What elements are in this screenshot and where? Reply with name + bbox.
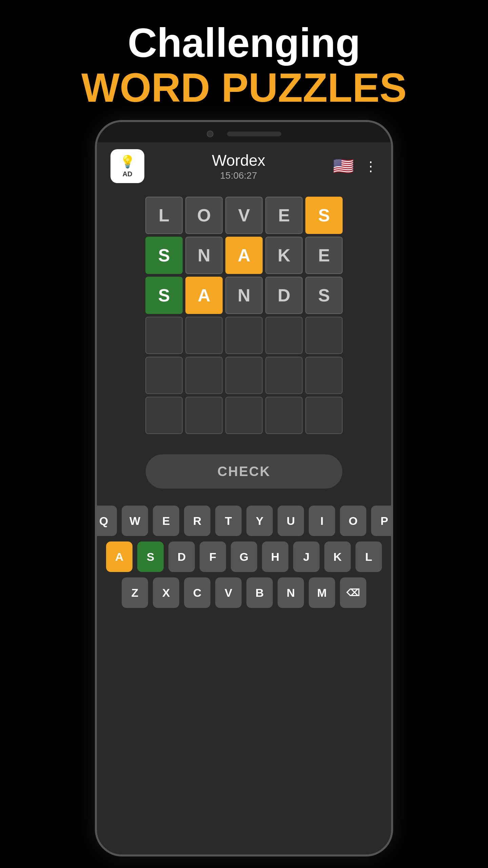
grid-cell-5-1	[185, 397, 223, 434]
keyboard-row-0: QWERTYUIOP	[95, 506, 393, 536]
key-R[interactable]: R	[184, 506, 210, 536]
grid-cell-2-3: D	[265, 277, 303, 314]
key-O[interactable]: O	[340, 506, 366, 536]
grid-cell-4-1	[185, 357, 223, 394]
key-U[interactable]: U	[278, 506, 304, 536]
ad-label: AD	[123, 170, 133, 178]
key-N[interactable]: N	[278, 577, 304, 608]
grid-cell-5-2	[225, 397, 263, 434]
grid-cell-3-4	[305, 317, 343, 354]
phone-speaker	[227, 132, 281, 136]
header-line1: Challenging	[81, 20, 407, 65]
key-X[interactable]: X	[153, 577, 179, 608]
grid-cell-5-4	[305, 397, 343, 434]
game-grid: LOVESSNAKESANDS	[145, 197, 343, 434]
key-T[interactable]: T	[215, 506, 242, 536]
header-line2: WORD PUZZLES	[81, 65, 407, 110]
key-E[interactable]: E	[153, 506, 179, 536]
key-F[interactable]: F	[200, 541, 226, 572]
phone-camera	[207, 131, 214, 137]
grid-cell-4-3	[265, 357, 303, 394]
phone-notch-area	[97, 122, 391, 142]
key-Q[interactable]: Q	[95, 506, 117, 536]
grid-cell-4-4	[305, 357, 343, 394]
key-B[interactable]: B	[246, 577, 273, 608]
grid-cell-2-2: N	[225, 277, 263, 314]
key-D[interactable]: D	[168, 541, 195, 572]
grid-cell-5-3	[265, 397, 303, 434]
key-K[interactable]: K	[324, 541, 351, 572]
grid-cell-5-0	[145, 397, 183, 434]
grid-cell-4-2	[225, 357, 263, 394]
check-button-container: CHECK	[97, 441, 391, 502]
grid-cell-0-3: E	[265, 197, 303, 234]
ad-button[interactable]: 💡 AD	[110, 149, 144, 183]
grid-cell-0-1: O	[185, 197, 223, 234]
grid-cell-1-0: S	[145, 237, 183, 274]
key-M[interactable]: M	[309, 577, 335, 608]
game-grid-container: LOVESSNAKESANDS	[97, 190, 391, 441]
app-timer: 15:06:27	[212, 170, 265, 181]
grid-cell-2-1: A	[185, 277, 223, 314]
key-J[interactable]: J	[293, 541, 320, 572]
keyboard: QWERTYUIOPASDFGHJKLZXCVBNM⌫	[97, 502, 391, 628]
key-V[interactable]: V	[215, 577, 242, 608]
grid-cell-0-2: V	[225, 197, 263, 234]
grid-cell-2-4: S	[305, 277, 343, 314]
top-bar: 💡 AD Wordex 15:06:27 🇺🇸 ⋮	[97, 142, 391, 190]
grid-cell-3-0	[145, 317, 183, 354]
app-content: 💡 AD Wordex 15:06:27 🇺🇸 ⋮ LOVESSNAKESAND…	[97, 142, 391, 854]
grid-cell-3-2	[225, 317, 263, 354]
grid-cell-1-2: A	[225, 237, 263, 274]
key-H[interactable]: H	[262, 541, 288, 572]
title-section: Wordex 15:06:27	[212, 151, 265, 181]
key-P[interactable]: P	[371, 506, 393, 536]
key-W[interactable]: W	[122, 506, 148, 536]
key-G[interactable]: G	[231, 541, 257, 572]
grid-cell-0-4: S	[305, 197, 343, 234]
phone-frame: 💡 AD Wordex 15:06:27 🇺🇸 ⋮ LOVESSNAKESAND…	[95, 120, 393, 856]
bulb-icon: 💡	[120, 155, 135, 169]
key-C[interactable]: C	[184, 577, 210, 608]
grid-cell-4-0	[145, 357, 183, 394]
grid-cell-1-3: K	[265, 237, 303, 274]
grid-cell-3-1	[185, 317, 223, 354]
header-section: Challenging WORD PUZZLES	[81, 0, 407, 110]
key-A[interactable]: A	[106, 541, 133, 572]
grid-cell-1-4: E	[305, 237, 343, 274]
top-right-controls: 🇺🇸 ⋮	[333, 156, 378, 176]
key-I[interactable]: I	[309, 506, 335, 536]
grid-cell-0-0: L	[145, 197, 183, 234]
keyboard-row-2: ZXCVBNM⌫	[122, 577, 366, 608]
flag-icon[interactable]: 🇺🇸	[333, 156, 354, 176]
check-button[interactable]: CHECK	[146, 454, 342, 489]
grid-cell-3-3	[265, 317, 303, 354]
grid-cell-1-1: N	[185, 237, 223, 274]
key-⌫[interactable]: ⌫	[340, 577, 366, 608]
menu-icon[interactable]: ⋮	[364, 158, 378, 174]
key-Y[interactable]: Y	[246, 506, 273, 536]
key-S[interactable]: S	[137, 541, 164, 572]
phone-side-button	[391, 258, 393, 285]
keyboard-row-1: ASDFGHJKL	[106, 541, 382, 572]
key-Z[interactable]: Z	[122, 577, 148, 608]
app-title: Wordex	[212, 151, 265, 170]
key-L[interactable]: L	[355, 541, 382, 572]
grid-cell-2-0: S	[145, 277, 183, 314]
